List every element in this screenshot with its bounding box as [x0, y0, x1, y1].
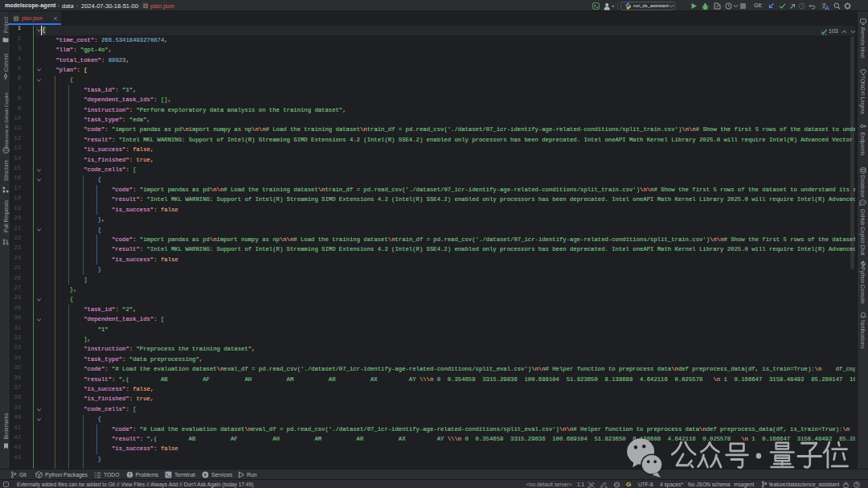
svg-text:{}: {}: [14, 16, 19, 22]
svg-text:{}: {}: [143, 3, 149, 9]
